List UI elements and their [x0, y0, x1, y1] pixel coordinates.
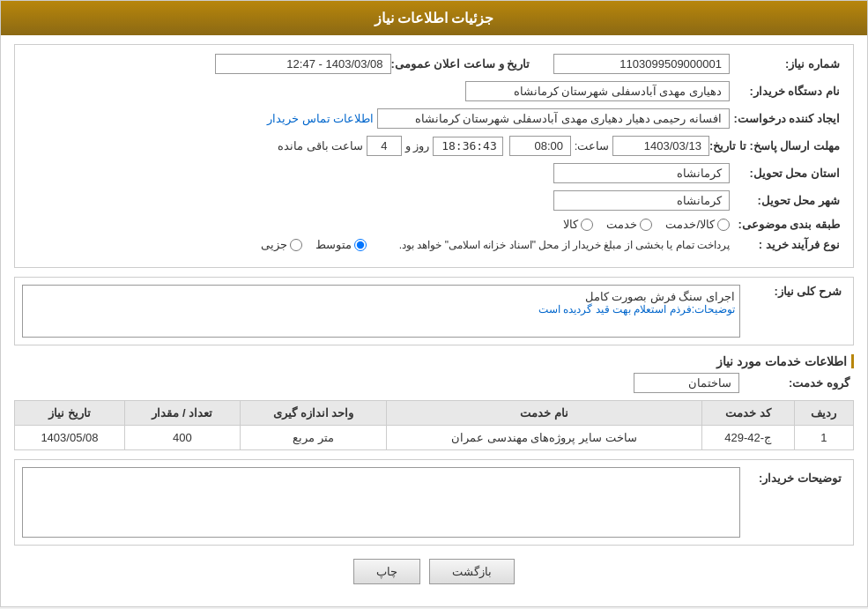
description-note: توضیحات:فرذم استعلام بهت قید گردیده است — [27, 303, 735, 316]
description-title: شرح کلی نیاز: — [740, 285, 846, 298]
content-area: شماره نیاز: 1103099509000001 تاریخ و ساع… — [1, 35, 867, 606]
buyer-notes-label: توضیحات خریدار: — [740, 472, 846, 485]
services-title: اطلاعات خدمات مورد نیاز — [14, 354, 854, 368]
purchase-type-radio-medium[interactable] — [354, 239, 367, 251]
need-number-label: شماره نیاز: — [730, 57, 844, 71]
org-name-label: نام دستگاه خریدار: — [730, 85, 844, 98]
print-button[interactable]: چاپ — [353, 559, 420, 584]
purchase-type-label: نوع فرآیند خرید : — [730, 238, 844, 251]
remaining-days: 4 — [367, 136, 402, 156]
buyer-notes-section: توضیحات خریدار: — [14, 459, 854, 546]
cell-need-date: 1403/05/08 — [15, 426, 125, 450]
need-number-row: شماره نیاز: 1103099509000001 تاریخ و ساع… — [24, 54, 844, 74]
service-group-value: ساختمان — [634, 373, 739, 393]
table-row: 1 ج-42-429 ساخت سایر پروژه‌های مهندسی عم… — [15, 426, 854, 450]
category-label-kala: کالا — [563, 218, 578, 231]
cell-service-name: ساخت سایر پروژه‌های مهندسی عمران — [387, 426, 701, 450]
remaining-suffix: ساعت باقی مانده — [278, 139, 363, 152]
col-need-date: تاریخ نیاز — [15, 401, 125, 426]
purchase-type-note: پرداخت تمام یا بخشی از مبلغ خریدار از مح… — [399, 239, 730, 251]
creator-row: ایجاد کننده درخواست: افسانه رحیمی دهیار … — [24, 108, 844, 129]
deadline-row: مهلت ارسال پاسخ: تا تاریخ: 1403/03/13 سا… — [24, 136, 844, 156]
purchase-type-option-medium: متوسط — [315, 238, 367, 251]
col-quantity: تعداد / مقدار — [124, 401, 240, 426]
service-group-label: گروه خدمت: — [739, 376, 854, 390]
remaining-days-label: روز و — [405, 139, 430, 152]
category-label-kala-khedmat: کالا/خدمت — [665, 218, 715, 231]
deadline-date: 1403/03/13 — [612, 136, 709, 156]
creator-label: ایجاد کننده درخواست: — [730, 112, 844, 125]
cell-quantity: 400 — [124, 426, 240, 450]
buttons-row: بازگشت چاپ — [14, 546, 854, 598]
purchase-type-row: نوع فرآیند خرید : پرداخت تمام یا بخشی از… — [24, 238, 844, 251]
city-row: شهر محل تحویل: کرمانشاه — [24, 190, 844, 211]
description-section: شرح کلی نیاز: اجرای سنگ فرش بصورت کامل ت… — [14, 277, 854, 345]
purchase-type-radio-partial[interactable] — [290, 239, 302, 251]
city-label: شهر محل تحویل: — [730, 194, 844, 207]
announce-value: 1403/03/08 - 12:47 — [215, 54, 391, 74]
category-radio-khedmat[interactable] — [640, 219, 652, 231]
org-name-value: دهیاری مهدی آبادسفلی شهرستان کرمانشاه — [465, 81, 730, 101]
col-unit: واحد اندازه گیری — [240, 401, 387, 426]
province-value: کرمانشاه — [553, 163, 730, 183]
category-radio-kala[interactable] — [581, 219, 593, 231]
page-wrapper: جزئیات اطلاعات نیاز شماره نیاز: 11030995… — [0, 0, 868, 607]
purchase-type-label-partial: جزیی — [261, 238, 287, 251]
cell-unit: متر مربع — [240, 426, 387, 450]
back-button[interactable]: بازگشت — [429, 559, 515, 584]
purchase-type-label-medium: متوسط — [315, 238, 352, 251]
buyer-notes-textarea[interactable] — [22, 467, 740, 538]
description-box: اجرای سنگ فرش بصورت کامل توضیحات:فرذم اس… — [22, 285, 740, 338]
col-row-num: ردیف — [794, 401, 853, 426]
creator-value: افسانه رحیمی دهیار دهیاری مهدی آبادسفلی … — [377, 108, 730, 129]
cell-row-num: 1 — [794, 426, 853, 450]
contact-link[interactable]: اطلاعات تماس خریدار — [267, 112, 374, 125]
category-label-khedmat: خدمت — [606, 218, 637, 231]
col-service-code: کد خدمت — [701, 401, 794, 426]
deadline-label: مهلت ارسال پاسخ: تا تاریخ: — [709, 139, 844, 152]
page-header: جزئیات اطلاعات نیاز — [1, 1, 867, 35]
category-option-kala: کالا — [563, 218, 593, 231]
cell-service-code: ج-42-429 — [701, 426, 794, 450]
need-number-value: 1103099509000001 — [553, 54, 730, 74]
table-header-row: ردیف کد خدمت نام خدمت واحد اندازه گیری ت… — [15, 401, 854, 426]
purchase-type-radio-group: پرداخت تمام یا بخشی از مبلغ خریدار از مح… — [261, 238, 730, 251]
city-value: کرمانشاه — [553, 190, 730, 211]
province-row: استان محل تحویل: کرمانشاه — [24, 163, 844, 183]
org-name-row: نام دستگاه خریدار: دهیاری مهدی آبادسفلی … — [24, 81, 844, 101]
category-label: طبقه بندی موضوعی: — [730, 218, 844, 231]
page-title: جزئیات اطلاعات نیاز — [375, 11, 494, 26]
deadline-time-label: ساعت: — [575, 139, 610, 152]
col-service-name: نام خدمت — [387, 401, 701, 426]
info-section: شماره نیاز: 1103099509000001 تاریخ و ساع… — [14, 44, 854, 268]
description-value: اجرای سنگ فرش بصورت کامل — [27, 290, 735, 303]
category-row: طبقه بندی موضوعی: کالا/خدمت خدمت کالا — [24, 218, 844, 231]
category-radio-group: کالا/خدمت خدمت کالا — [563, 218, 730, 231]
services-table: ردیف کد خدمت نام خدمت واحد اندازه گیری ت… — [14, 400, 854, 450]
deadline-time: 08:00 — [509, 136, 571, 156]
announce-label: تاریخ و ساعت اعلان عمومی: — [391, 57, 535, 71]
purchase-type-option-partial: جزیی — [261, 238, 302, 251]
category-radio-kala-khedmat[interactable] — [717, 219, 730, 231]
category-option-khedmat: خدمت — [606, 218, 652, 231]
remaining-time: 18:36:43 — [433, 137, 503, 156]
category-option-kala-khedmat: کالا/خدمت — [665, 218, 730, 231]
service-group-row: گروه خدمت: ساختمان — [14, 373, 854, 393]
province-label: استان محل تحویل: — [730, 167, 844, 180]
